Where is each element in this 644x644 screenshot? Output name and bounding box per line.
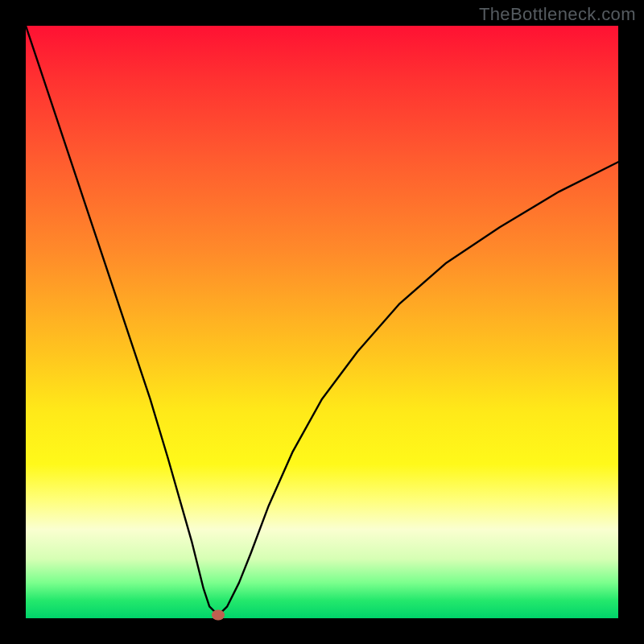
plot-area <box>26 26 618 618</box>
watermark-text: TheBottleneck.com <box>479 4 636 25</box>
chart-frame: TheBottleneck.com <box>0 0 644 644</box>
bottleneck-curve-path <box>26 26 618 615</box>
optimum-marker <box>212 609 225 620</box>
curve-svg <box>26 26 618 618</box>
